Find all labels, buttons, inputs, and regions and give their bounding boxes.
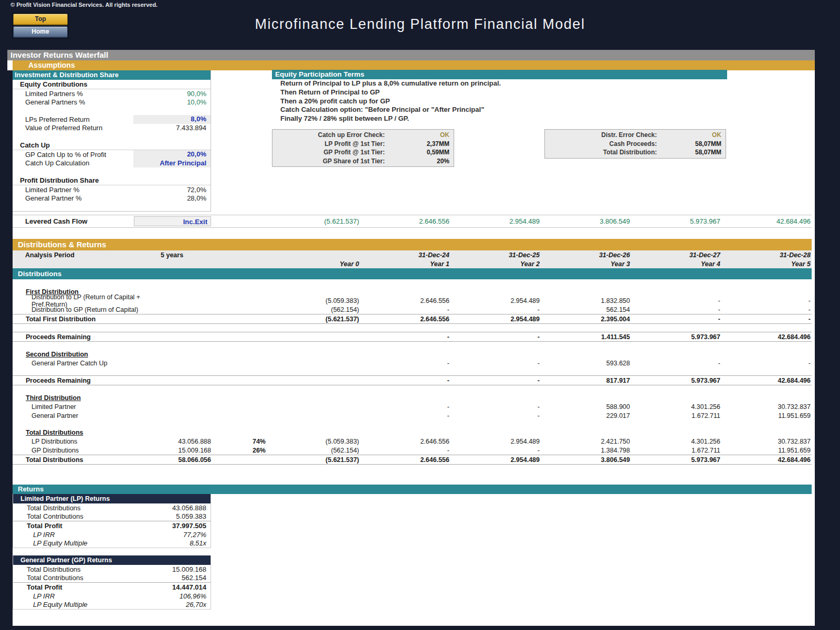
group-heading: Profit Distribution Share bbox=[13, 176, 211, 185]
cell-value: 2.954.489 bbox=[450, 456, 541, 464]
cell-value: 26,70x bbox=[128, 601, 211, 608]
group-heading: Equity Contributions bbox=[13, 80, 211, 89]
row-label: Second Distribution bbox=[13, 351, 148, 358]
cell-value: 42.684.496 bbox=[721, 456, 812, 464]
cell-value: 2.646.556 bbox=[360, 297, 450, 304]
error-check-value: 0,59MM bbox=[385, 149, 454, 156]
table-row: Proceeds Remaining--1.411.5455.973.96742… bbox=[13, 332, 812, 342]
assumption-row: GP Catch Up to % of Profit20,0% bbox=[13, 150, 211, 159]
returns-row: Total Profit14.447.014 bbox=[13, 582, 211, 592]
cell-value: 30.732.837 bbox=[721, 438, 812, 445]
cell-value: 2.646.556 bbox=[360, 316, 450, 323]
assumption-row: Value of Preferred Return7.433.894 bbox=[13, 124, 211, 133]
cash-flow-value: 5.973.967 bbox=[631, 217, 721, 225]
error-check-row: Total Distribution:58,07MM bbox=[545, 148, 726, 157]
cash-flow-value: 2.954.489 bbox=[450, 217, 541, 225]
row-spacer bbox=[13, 324, 812, 332]
error-check-row: Distr. Error Check:OK bbox=[545, 131, 726, 140]
error-check-label: Catch up Error Check: bbox=[272, 131, 385, 139]
table-row: Limited Partner--588.9004.301.25630.732.… bbox=[13, 402, 812, 411]
cell-value: 77,27% bbox=[128, 531, 211, 539]
cell-value: 11.951.659 bbox=[721, 412, 812, 419]
column-year: Year 4 bbox=[631, 260, 721, 268]
column-year: Year 2 bbox=[450, 260, 541, 268]
row-label: GP Distributions bbox=[13, 447, 148, 454]
assumption-value: 72,0% bbox=[133, 186, 211, 194]
table-row: GP Distributions15.009.16826%(562.154)--… bbox=[13, 446, 812, 455]
row-label: LP Equity Multiple bbox=[13, 601, 128, 608]
row-label: General Partner bbox=[13, 412, 148, 419]
equity-participation-terms: Equity Participation Terms Return of Pri… bbox=[272, 70, 727, 123]
cell-value: 817.917 bbox=[541, 377, 631, 384]
assumption-row: General Partners %10,0% bbox=[13, 98, 211, 107]
section-bar-assumptions: Assumptions bbox=[13, 60, 815, 70]
returns-row: LP Equity Multiple26,70x bbox=[13, 600, 211, 609]
assumption-value: 90,0% bbox=[133, 90, 211, 98]
cash-flow-scenario-selector[interactable]: Inc.Exit bbox=[134, 216, 211, 226]
cell-value: - bbox=[631, 316, 721, 323]
cell-value: - bbox=[721, 316, 812, 323]
cell-value: 1.832.850 bbox=[541, 297, 631, 304]
assumption-row: LPs Preferred Return8,0% bbox=[13, 115, 211, 124]
assumption-row: Limited Partner %72,0% bbox=[13, 185, 211, 194]
returns-row: LP Equity Multiple8,51x bbox=[13, 539, 211, 548]
terms-line: Finally 72% / 28% split between LP / GP. bbox=[272, 114, 727, 123]
row-spacer bbox=[13, 107, 211, 115]
error-check-label: GP Share of 1st Tier: bbox=[272, 158, 385, 165]
table-row: Third Distribution bbox=[13, 393, 812, 402]
row-spacer bbox=[13, 368, 812, 375]
error-check-label: GP Profit @ 1st Tier: bbox=[272, 149, 385, 156]
error-check-row: GP Share of 1st Tier:20% bbox=[272, 157, 454, 166]
assumption-input-cell[interactable]: 20,0% bbox=[133, 150, 211, 159]
cell-value: - bbox=[360, 412, 450, 419]
assumption-input-cell[interactable]: After Principal bbox=[133, 159, 211, 168]
section-bar-distributions-returns: Distributions & Returns bbox=[13, 239, 812, 250]
row-label: Total Distributions bbox=[13, 565, 128, 573]
row-label: Third Distribution bbox=[13, 394, 148, 402]
cell-value: - bbox=[721, 297, 812, 304]
cell-value: 8,51x bbox=[128, 539, 211, 547]
row-label: Total Contributions bbox=[13, 574, 128, 582]
cell-value: (5.059.383) bbox=[270, 297, 360, 304]
assumption-input-cell[interactable]: 8,0% bbox=[133, 115, 211, 124]
cell-value: 11.951.659 bbox=[721, 447, 812, 454]
row-label: Distribution to GP (Return of Capital) bbox=[13, 306, 148, 313]
year-header-row: Year 0Year 1Year 2Year 3Year 4Year 5 bbox=[13, 259, 812, 268]
cell-value: - bbox=[450, 306, 541, 313]
row-share-pct: 74% bbox=[211, 438, 270, 445]
distributions-table: First DistributionDistribution to LP (Re… bbox=[13, 279, 812, 465]
cell-value: - bbox=[631, 306, 721, 313]
cash-flow-value: (5.621.537) bbox=[270, 217, 360, 225]
column-date: 31-Dec-28 bbox=[721, 251, 812, 259]
row-share-pct: 26% bbox=[211, 447, 270, 454]
row-label: Total Distributions bbox=[13, 456, 148, 464]
table-row: General Partner--229.0171.672.71111.951.… bbox=[13, 411, 812, 420]
terms-line: Return of Principal to LP plus a 8,0% cu… bbox=[272, 79, 727, 88]
cell-value: (5.059.383) bbox=[270, 438, 360, 445]
cell-value: - bbox=[360, 377, 450, 384]
group-heading: Catch Up bbox=[13, 141, 211, 150]
row-subtotal: 58.066.056 bbox=[148, 456, 211, 464]
error-check-row: LP Profit @ 1st Tier:2,37MM bbox=[272, 140, 454, 149]
section-bar-distributions: Distributions bbox=[13, 268, 812, 279]
cell-value: - bbox=[450, 403, 541, 411]
cell-value: 5.973.967 bbox=[631, 377, 721, 384]
table-row: Total Distributions bbox=[13, 428, 812, 437]
assumption-row: Limited Partners %90,0% bbox=[13, 89, 211, 98]
cell-value: 37.997.505 bbox=[128, 522, 211, 530]
distribution-error-check-box: Distr. Error Check:OKCash Proceeds:58,07… bbox=[544, 129, 726, 159]
table-row: Total Distributions58.066.056(5.621.537)… bbox=[13, 455, 812, 465]
row-subtotal: 15.009.168 bbox=[148, 447, 211, 454]
returns-row: Total Distributions15.009.168 bbox=[13, 565, 211, 574]
error-check-row: Cash Proceeds:58,07MM bbox=[545, 140, 726, 149]
assumption-value: 7.433.894 bbox=[133, 124, 211, 132]
error-check-value: 58,07MM bbox=[657, 149, 726, 156]
row-label: Limited Partner bbox=[13, 403, 148, 411]
column-year: Year 5 bbox=[721, 260, 812, 268]
row-spacer bbox=[13, 420, 812, 428]
assumption-label: Catch Up Calculation bbox=[13, 159, 133, 167]
assumption-value: 28,0% bbox=[133, 194, 211, 202]
error-check-row: GP Profit @ 1st Tier:0,59MM bbox=[272, 148, 454, 157]
cell-value: 2.646.556 bbox=[360, 456, 450, 464]
cell-value: 2.954.489 bbox=[450, 438, 541, 445]
